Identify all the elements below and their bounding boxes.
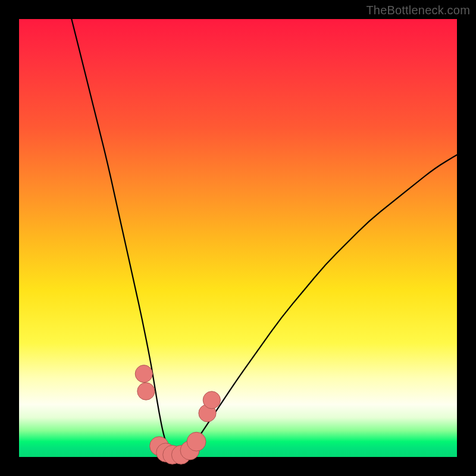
chart-overlay — [19, 19, 457, 457]
outer-frame: TheBottleneck.com — [0, 0, 476, 476]
data-marker — [187, 432, 206, 451]
data-marker — [137, 383, 155, 400]
watermark-text: TheBottleneck.com — [366, 4, 470, 17]
data-marker — [203, 392, 220, 409]
markers-group — [135, 365, 220, 465]
bottleneck-curve — [71, 19, 457, 457]
plot-area — [19, 19, 457, 457]
data-marker — [135, 365, 152, 383]
